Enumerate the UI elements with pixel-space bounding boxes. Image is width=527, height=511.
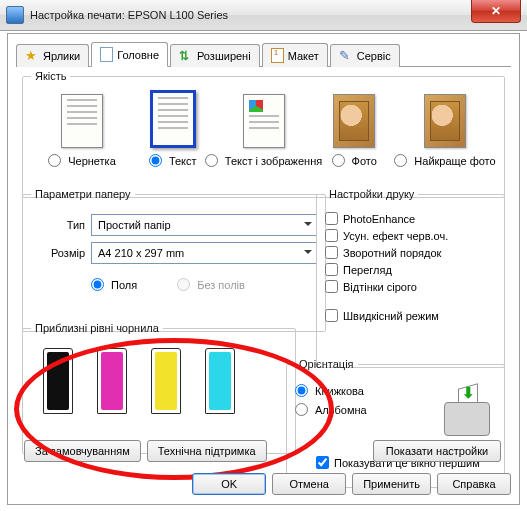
document-icon [100, 47, 113, 62]
ink-magenta [97, 348, 127, 414]
thumb-photo [333, 94, 375, 148]
radio-borderless-wrap: Без полів [177, 278, 245, 291]
tab-label: Розширені [197, 50, 251, 62]
tab-label: Ярлики [43, 50, 80, 62]
radio-portrait[interactable] [295, 384, 308, 397]
tab-shortcuts[interactable]: ★Ярлики [16, 44, 89, 67]
radio-margins-wrap[interactable]: Поля [91, 278, 137, 291]
quality-option-text-image[interactable]: Текст і зображення [221, 94, 307, 167]
radio-label: Текст [169, 155, 197, 167]
tab-label: Сервіс [357, 50, 391, 62]
tab-service[interactable]: ✎Сервіс [330, 44, 400, 67]
combo-paper-type[interactable]: Простий папір [91, 214, 317, 236]
group-print-settings: Настройки друку PhotoEnhance Усун. ефект… [316, 188, 505, 368]
tab-strip: ★Ярлики Головне ⇅Розширені Макет ✎Сервіс [16, 40, 511, 67]
quality-option-best-photo[interactable]: Найкраще фото [402, 94, 488, 167]
radio-label: Альбомна [315, 404, 367, 416]
wrench-icon: ✎ [339, 49, 353, 63]
tab-layout[interactable]: Макет [262, 43, 328, 67]
defaults-button[interactable]: За замовчуванням [24, 440, 141, 462]
combo-value: Простий папір [98, 219, 171, 231]
tab-panel-main: Якість Чернетка Текст Текст і зображення… [16, 66, 511, 466]
help-button[interactable]: Справка [437, 473, 511, 495]
tab-advanced[interactable]: ⇅Розширені [170, 44, 260, 67]
tab-label: Макет [288, 50, 319, 62]
quality-option-draft[interactable]: Чернетка [39, 94, 125, 167]
ok-button[interactable]: OK [192, 473, 266, 495]
support-button[interactable]: Технічна підтримка [147, 440, 267, 462]
printer-icon: ⬇ [438, 384, 496, 440]
group-legend: Приблизні рівні чорнила [31, 322, 163, 334]
ink-cyan [205, 348, 235, 414]
radio-borderless [177, 278, 190, 291]
quality-option-photo[interactable]: Фото [311, 94, 397, 167]
check-preview[interactable]: Перегляд [325, 263, 496, 276]
check-label: PhotoEnhance [343, 213, 415, 225]
check-label: Відтінки сірого [343, 281, 417, 293]
thumb-draft [61, 94, 103, 148]
radio-photo[interactable] [332, 154, 345, 167]
group-legend: Орієнтація [295, 358, 358, 370]
group-legend: Якість [31, 70, 70, 82]
check-label: Усун. ефект черв.оч. [343, 230, 448, 242]
check-redeye[interactable]: Усун. ефект черв.оч. [325, 229, 496, 242]
page-icon [271, 48, 284, 63]
check-photoenhance[interactable]: PhotoEnhance [325, 212, 496, 225]
ink-cartridges [31, 342, 287, 414]
check-label: Зворотний порядок [343, 247, 441, 259]
thumb-text [150, 90, 196, 148]
group-quality: Якість Чернетка Текст Текст і зображення… [22, 70, 505, 198]
star-icon: ★ [25, 49, 39, 63]
tab-main[interactable]: Головне [91, 42, 168, 67]
radio-label: Текст і зображення [225, 155, 322, 167]
check-fast-mode[interactable]: Швидкісний режим [325, 309, 496, 322]
cancel-button[interactable]: Отмена [272, 473, 346, 495]
combo-value: A4 210 x 297 mm [98, 247, 184, 259]
label-type: Тип [31, 219, 91, 231]
check-reverse-order[interactable]: Зворотний порядок [325, 246, 496, 259]
label-size: Розмір [31, 247, 91, 259]
radio-text-image[interactable] [205, 154, 218, 167]
ink-black [43, 348, 73, 414]
radio-margins[interactable] [91, 278, 104, 291]
close-button[interactable]: ✕ [471, 0, 521, 23]
arrows-icon: ⇅ [179, 49, 193, 63]
thumb-text-image [243, 94, 285, 148]
quality-options: Чернетка Текст Текст і зображення Фото Н… [31, 90, 496, 167]
combo-paper-size[interactable]: A4 210 x 297 mm [91, 242, 317, 264]
quality-option-text[interactable]: Текст [130, 90, 216, 167]
group-ink-levels: Приблизні рівні чорнила [22, 322, 296, 454]
check-label: Швидкісний режим [343, 310, 439, 322]
tab-label: Головне [117, 49, 159, 61]
dialog-client: ★Ярлики Головне ⇅Розширені Макет ✎Сервіс… [7, 33, 520, 505]
thumb-best-photo [424, 94, 466, 148]
apply-button[interactable]: Применить [352, 473, 431, 495]
group-legend: Параметри паперу [31, 188, 135, 200]
ink-yellow [151, 348, 181, 414]
radio-label: Фото [352, 155, 377, 167]
radio-draft[interactable] [48, 154, 61, 167]
radio-label: Найкраще фото [414, 155, 495, 167]
check-label: Перегляд [343, 264, 392, 276]
radio-landscape[interactable] [295, 403, 308, 416]
radio-label: Без полів [197, 279, 245, 291]
group-paper: Параметри паперу Тип Простий папір Розмі… [22, 188, 326, 332]
title-bar: Настройка печати: EPSON L100 Series ✕ [0, 0, 527, 31]
radio-label: Чернетка [68, 155, 116, 167]
show-settings-button[interactable]: Показати настройки [373, 440, 501, 462]
close-icon: ✕ [491, 4, 501, 18]
dialog-buttons: OK Отмена Применить Справка [16, 470, 511, 498]
radio-text[interactable] [149, 154, 162, 167]
window-title: Настройка печати: EPSON L100 Series [30, 9, 527, 21]
check-grayscale[interactable]: Відтінки сірого [325, 280, 496, 293]
app-icon [6, 6, 24, 24]
group-legend: Настройки друку [325, 188, 418, 200]
radio-label: Поля [111, 279, 137, 291]
radio-best-photo[interactable] [394, 154, 407, 167]
radio-label: Книжкова [315, 385, 364, 397]
